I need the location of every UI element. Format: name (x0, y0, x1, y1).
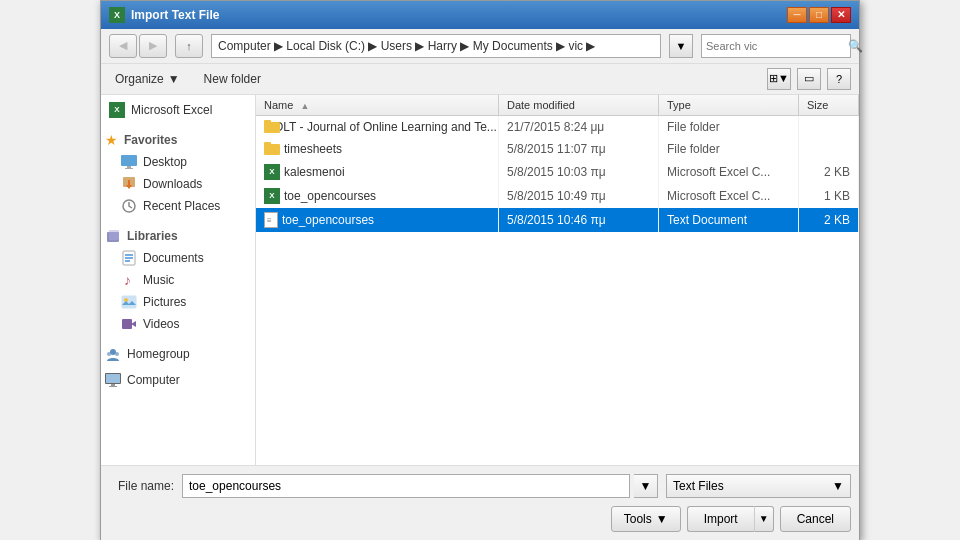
up-button[interactable]: ↑ (175, 34, 203, 58)
sidebar-item-desktop[interactable]: Desktop (101, 151, 255, 173)
col-type[interactable]: Type (659, 95, 799, 115)
file-date-cell: 5/8/2015 10:49 πμ (499, 184, 659, 208)
file-name: toe_opencourses (282, 213, 374, 227)
new-folder-label: New folder (204, 72, 261, 86)
downloads-icon (121, 176, 137, 192)
downloads-label: Downloads (143, 177, 202, 191)
svg-rect-11 (122, 296, 136, 308)
filetype-select[interactable]: Text Files ▼ (666, 474, 851, 498)
pictures-label: Pictures (143, 295, 186, 309)
filename-dropdown-button[interactable]: ▼ (634, 474, 658, 498)
file-list-body: JOLT - Journal of Online Learning and Te… (256, 116, 859, 465)
sidebar-item-downloads[interactable]: Downloads (101, 173, 255, 195)
table-row[interactable]: X toe_opencourses 5/8/2015 10:49 πμ Micr… (256, 184, 859, 208)
minimize-button[interactable]: ─ (787, 7, 807, 23)
file-size-cell: 2 KB (799, 160, 859, 184)
homegroup-label: Homegroup (127, 347, 190, 361)
table-row[interactable]: toe_opencourses 5/8/2015 10:46 πμ Text D… (256, 208, 859, 232)
file-date-cell: 5/8/2015 10:03 πμ (499, 160, 659, 184)
file-type-cell: Microsoft Excel C... (659, 184, 799, 208)
import-btn-wrap: Import ▼ (687, 506, 774, 532)
table-row[interactable]: JOLT - Journal of Online Learning and Te… (256, 116, 859, 138)
file-date-cell: 5/8/2015 11:07 πμ (499, 138, 659, 160)
svg-rect-13 (122, 319, 132, 329)
file-date-cell: 21/7/2015 8:24 μμ (499, 116, 659, 138)
cancel-button[interactable]: Cancel (780, 506, 851, 532)
sidebar-item-excel[interactable]: X Microsoft Excel (101, 99, 255, 121)
desktop-label: Desktop (143, 155, 187, 169)
table-row[interactable]: timesheets 5/8/2015 11:07 πμ File folder (256, 138, 859, 160)
sidebar-item-music[interactable]: ♪ Music (101, 269, 255, 291)
sidebar: X Microsoft Excel ★ Favorites Desktop Do… (101, 95, 256, 465)
file-name-cell: toe_opencourses (256, 208, 499, 232)
tools-button[interactable]: Tools ▼ (611, 506, 681, 532)
homegroup-icon (105, 346, 121, 362)
excel-icon: X (264, 164, 280, 180)
file-size-cell (799, 116, 859, 138)
svg-rect-5 (128, 180, 130, 186)
computer-label: Computer (127, 373, 180, 387)
main-content: X Microsoft Excel ★ Favorites Desktop Do… (101, 95, 859, 465)
svg-point-16 (107, 352, 111, 356)
action-bar-right: ⊞▼ ▭ ? (767, 68, 851, 90)
breadcrumb-bar[interactable]: Computer ▶ Local Disk (C:) ▶ Users ▶ Har… (211, 34, 661, 58)
organize-label: Organize (115, 72, 164, 86)
organize-button[interactable]: Organize ▼ (109, 70, 186, 88)
computer-icon (105, 372, 121, 388)
file-size-cell: 2 KB (799, 208, 859, 232)
import-button[interactable]: Import (687, 506, 754, 532)
filename-row: File name: ▼ Text Files ▼ (109, 474, 851, 498)
forward-button[interactable]: ▶ (139, 34, 167, 58)
new-folder-button[interactable]: New folder (198, 70, 267, 88)
cancel-label: Cancel (797, 512, 834, 526)
view-options-button[interactable]: ⊞▼ (767, 68, 791, 90)
col-size[interactable]: Size (799, 95, 859, 115)
svg-rect-19 (106, 374, 120, 383)
filetype-arrow-icon: ▼ (832, 479, 844, 493)
excel-icon: X (109, 102, 125, 118)
svg-text:♪: ♪ (124, 272, 131, 288)
recent-label: Recent Places (143, 199, 220, 213)
file-name: kalesmenoi (284, 165, 345, 179)
excel-icon: X (264, 188, 280, 204)
search-bar: 🔍 (701, 34, 851, 58)
back-button[interactable]: ◀ (109, 34, 137, 58)
sidebar-item-videos[interactable]: Videos (101, 313, 255, 335)
search-input[interactable] (706, 40, 844, 52)
svg-rect-8 (109, 230, 119, 240)
help-button[interactable]: ? (827, 68, 851, 90)
sidebar-item-computer[interactable]: Computer (101, 369, 255, 391)
filename-input[interactable] (182, 474, 630, 498)
file-size-cell (799, 138, 859, 160)
nav-toolbar: ◀ ▶ ↑ Computer ▶ Local Disk (C:) ▶ Users… (101, 29, 859, 64)
sidebar-item-pictures[interactable]: Pictures (101, 291, 255, 313)
nav-buttons: ◀ ▶ (109, 34, 167, 58)
sidebar-item-documents[interactable]: Documents (101, 247, 255, 269)
title-bar-left: X Import Text File (109, 7, 219, 23)
svg-point-17 (115, 352, 119, 356)
documents-icon (121, 250, 137, 266)
bottom-section: File name: ▼ Text Files ▼ Tools ▼ Import… (101, 465, 859, 540)
filename-label: File name: (109, 479, 174, 493)
favorites-star-icon: ★ (105, 132, 118, 148)
dialog-window: X Import Text File ─ □ ✕ ◀ ▶ ↑ Computer … (100, 0, 860, 540)
sidebar-item-homegroup[interactable]: Homegroup (101, 343, 255, 365)
title-controls: ─ □ ✕ (787, 7, 851, 23)
file-name: toe_opencourses (284, 189, 376, 203)
preview-pane-button[interactable]: ▭ (797, 68, 821, 90)
tools-label: Tools (624, 512, 652, 526)
breadcrumb-dropdown[interactable]: ▼ (669, 34, 693, 58)
col-date[interactable]: Date modified (499, 95, 659, 115)
action-bar: Organize ▼ New folder ⊞▼ ▭ ? (101, 64, 859, 95)
import-arrow-button[interactable]: ▼ (754, 506, 774, 532)
filetype-label: Text Files (673, 479, 724, 493)
tools-arrow-icon: ▼ (656, 512, 668, 526)
favorites-label: Favorites (124, 133, 177, 147)
close-button[interactable]: ✕ (831, 7, 851, 23)
libraries-icon (105, 228, 121, 244)
maximize-button[interactable]: □ (809, 7, 829, 23)
table-row[interactable]: X kalesmenoi 5/8/2015 10:03 πμ Microsoft… (256, 160, 859, 184)
svg-rect-1 (127, 166, 131, 168)
sidebar-item-recent[interactable]: Recent Places (101, 195, 255, 217)
col-name[interactable]: Name ▲ (256, 95, 499, 115)
